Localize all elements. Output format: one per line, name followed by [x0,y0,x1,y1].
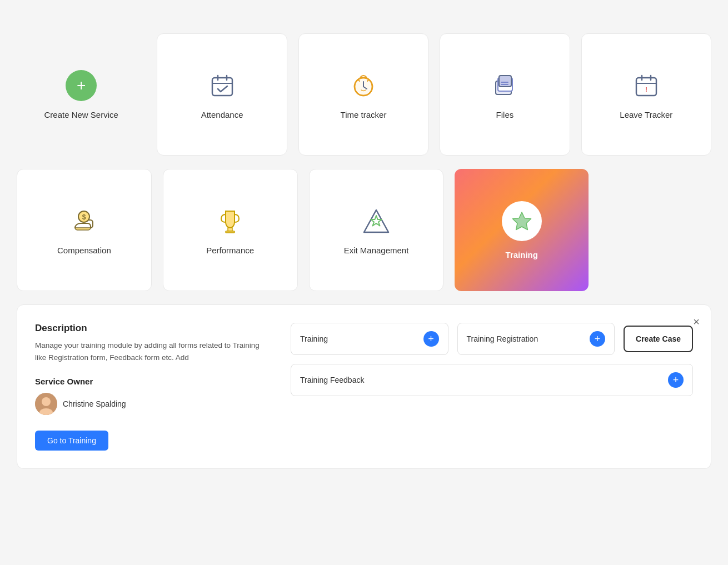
plus-circle-icon: + [66,70,97,101]
panel-content: Description Manage your training module … [35,323,693,451]
card-performance[interactable]: Performance [163,169,298,291]
training-star-circle [502,201,542,241]
training-feedback-form-item: Training Feedback + [291,364,693,396]
bottom-cards-row: $ Compensation Performance [17,169,711,291]
main-container: + Create New Service Attendance [0,0,728,491]
card-attendance[interactable]: Attendance [157,33,287,156]
card-time-tracker[interactable]: Time tracker [298,33,428,156]
svg-line-9 [358,79,360,81]
card-performance-label: Performance [206,246,254,255]
card-exit-management[interactable]: Exit Management [309,169,444,291]
svg-rect-24 [226,231,235,233]
svg-text:!: ! [645,86,647,94]
compensation-icon: $ [68,206,99,237]
card-create-new-service[interactable]: + Create New Service [17,33,146,156]
attendance-icon [207,70,238,101]
card-leave-tracker[interactable]: ! Leave Tracker [581,33,711,156]
panel-right-top-row: Training + Training Registration + Creat… [291,323,693,355]
leave-tracker-icon: ! [631,70,662,101]
card-training-label: Training [506,250,538,259]
card-compensation[interactable]: $ Compensation [17,169,152,291]
exit-management-icon [361,206,392,237]
owner-avatar [35,393,57,415]
card-time-tracker-label: Time tracker [341,110,387,119]
svg-marker-25 [364,210,388,232]
card-files-label: Files [496,110,514,119]
goto-training-button[interactable]: Go to Training [35,431,108,451]
svg-point-28 [42,397,51,406]
owner-name: Christine Spalding [63,399,126,408]
training-form-label: Training [300,334,328,343]
training-registration-form-item: Training Registration + [457,323,615,355]
files-icon [489,70,520,101]
empty-placeholder [600,169,711,291]
card-attendance-label: Attendance [201,110,243,119]
training-registration-add-button[interactable]: + [590,331,605,347]
svg-text:$: $ [82,213,86,221]
card-training[interactable]: Training [455,169,589,291]
training-form-item: Training + [291,323,448,355]
card-exit-management-label: Exit Management [344,246,409,255]
training-feedback-form-label: Training Feedback [300,376,364,384]
card-leave-tracker-label: Leave Tracker [620,110,672,119]
performance-icon [215,206,246,237]
time-tracker-icon [348,70,379,101]
svg-marker-26 [512,212,531,230]
training-registration-form-label: Training Registration [467,334,538,343]
create-new-icon: + [66,70,97,101]
svg-line-10 [367,79,369,81]
close-button[interactable]: × [693,316,700,327]
description-title: Description [35,323,268,334]
description-panel: × Description Manage your training modul… [17,304,711,469]
panel-left: Description Manage your training module … [35,323,268,451]
panel-right-bottom-row: Training Feedback + [291,364,693,396]
create-case-button[interactable]: Create Case [624,326,693,352]
card-create-new-label: Create New Service [44,110,118,119]
training-feedback-add-button[interactable]: + [668,372,684,388]
svg-rect-0 [212,78,232,96]
card-compensation-label: Compensation [57,246,111,255]
svg-rect-23 [228,228,232,231]
card-files[interactable]: Files [440,33,570,156]
panel-right: Training + Training Registration + Creat… [291,323,693,396]
top-cards-row: + Create New Service Attendance [17,33,711,156]
create-case-wrapper: Create Case [624,326,693,352]
owner-info: Christine Spalding [35,393,268,415]
service-owner-label: Service Owner [35,377,268,386]
description-text: Manage your training module by adding al… [35,339,268,363]
training-add-button[interactable]: + [423,331,439,347]
